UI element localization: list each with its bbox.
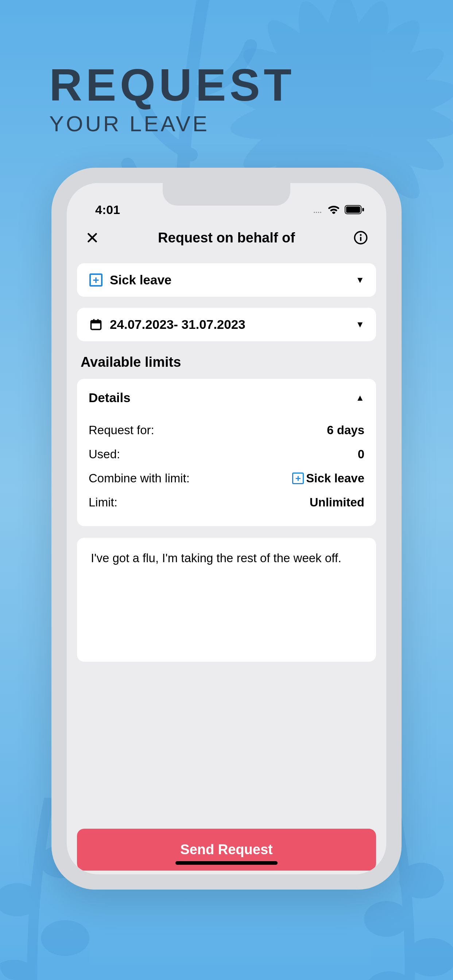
svg-point-22 [360, 234, 362, 236]
details-toggle[interactable]: Details ▲ [89, 390, 364, 405]
detail-label: Used: [89, 447, 120, 461]
promo-header: REQUEST YOUR LEAVE [0, 0, 453, 136]
svg-point-11 [364, 901, 409, 937]
chevron-down-icon: ▼ [356, 320, 364, 329]
medical-plus-icon: + [89, 273, 103, 287]
detail-row-request-for: Request for: 6 days [89, 418, 364, 442]
info-button[interactable] [353, 230, 369, 246]
battery-icon [345, 205, 364, 215]
page-title: Request on behalf of [100, 230, 353, 246]
detail-row-limit: Limit: Unlimited [89, 490, 364, 514]
limits-heading: Available limits [81, 355, 372, 370]
date-range-label: 24.07.2023- 31.07.2023 [110, 317, 349, 332]
detail-value: + Sick leave [292, 471, 364, 485]
detail-row-combine: Combine with limit: + Sick leave [89, 466, 364, 490]
detail-label: Request for: [89, 423, 154, 437]
detail-row-used: Used: 0 [89, 442, 364, 466]
calendar-icon [89, 317, 103, 332]
detail-value: 0 [358, 447, 364, 461]
detail-value: Unlimited [309, 495, 364, 509]
svg-rect-23 [360, 237, 362, 241]
chevron-down-icon: ▼ [356, 275, 364, 285]
svg-rect-25 [91, 321, 101, 324]
status-time: 4:01 [95, 203, 120, 217]
svg-rect-27 [97, 319, 99, 322]
phone-screen: 4:01 .... Request on behalf of [67, 183, 386, 874]
cellular-icon: .... [313, 204, 321, 215]
svg-rect-19 [346, 206, 360, 213]
detail-label: Limit: [89, 495, 118, 509]
status-icons: .... [313, 204, 364, 215]
medical-plus-icon: + [292, 473, 304, 484]
chevron-up-icon: ▲ [356, 393, 364, 403]
date-range-select[interactable]: 24.07.2023- 31.07.2023 ▼ [77, 308, 376, 341]
nav-header: Request on behalf of [67, 223, 386, 257]
svg-rect-26 [93, 319, 95, 322]
details-card: Details ▲ Request for: 6 days Used: 0 Co… [77, 379, 376, 526]
phone-frame: 4:01 .... Request on behalf of [51, 168, 402, 889]
leave-type-select[interactable]: + Sick leave ▼ [77, 263, 376, 297]
note-text: I've got a flu, I'm taking the rest of t… [91, 550, 362, 566]
combine-value-text: Sick leave [306, 471, 364, 485]
note-textarea[interactable]: I've got a flu, I'm taking the rest of t… [77, 538, 376, 662]
home-indicator[interactable] [175, 861, 278, 865]
detail-value: 6 days [327, 423, 364, 437]
phone-notch [163, 183, 290, 205]
wifi-icon [327, 205, 340, 215]
form-content: + Sick leave ▼ 24.07.2023- 31.07.2023 ▼ … [67, 257, 386, 874]
details-title: Details [89, 390, 131, 405]
detail-label: Combine with limit: [89, 471, 190, 485]
close-button[interactable] [84, 230, 100, 246]
svg-point-10 [399, 863, 444, 899]
promo-subtitle: YOUR LEAVE [49, 111, 453, 136]
svg-point-16 [41, 920, 89, 956]
promo-title: REQUEST [49, 62, 453, 108]
leave-type-label: Sick leave [110, 273, 349, 287]
svg-rect-20 [362, 208, 364, 212]
